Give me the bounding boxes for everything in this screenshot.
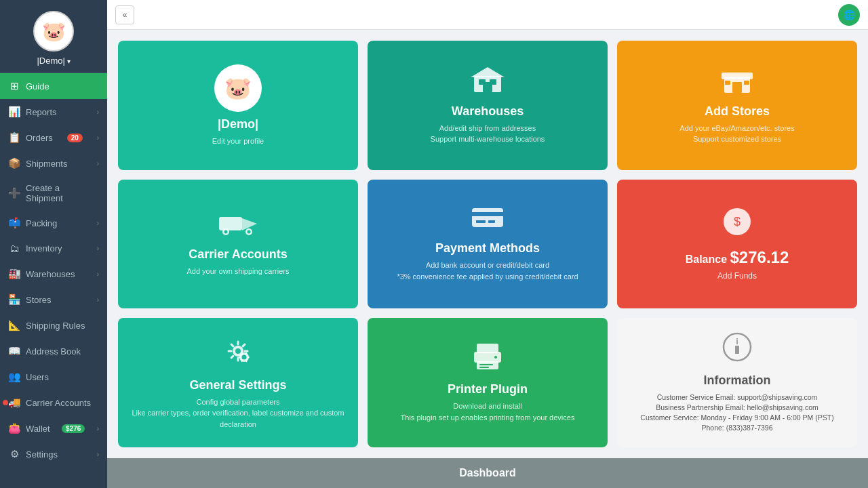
sidebar-item-orders[interactable]: 📋 Orders 20› — [0, 125, 107, 150]
sidebar-item-carrier-accounts[interactable]: 🚚 Carrier Accounts — [0, 390, 107, 415]
orders-icon: 📋 — [8, 131, 20, 144]
balance-icon: $ — [722, 207, 752, 243]
svg-line-31 — [243, 344, 245, 346]
svg-rect-4 — [490, 79, 496, 85]
svg-rect-48 — [735, 346, 739, 354]
sidebar-item-settings[interactable]: ⚙ Settings › — [0, 441, 107, 467]
card-payment-methods[interactable]: Payment Methods Add bank account or cred… — [368, 180, 608, 309]
nav-item-left: 👥 Users — [8, 371, 49, 383]
nav-label-settings: Settings — [26, 449, 58, 460]
balance-label: Balance $276.12 — [686, 248, 789, 267]
svg-rect-10 — [219, 217, 242, 230]
sidebar-username[interactable]: |Demo| — [37, 56, 70, 66]
card-title-carrier-accounts: Carrier Accounts — [189, 247, 287, 262]
chevron-warehouses-icon: › — [97, 270, 99, 278]
add-funds-link[interactable]: Add Funds — [717, 271, 757, 281]
svg-line-29 — [231, 344, 233, 346]
sidebar-item-inventory[interactable]: 🗂 Inventory › — [0, 236, 107, 261]
nav-item-left: 📫 Packing — [8, 217, 57, 229]
nav-label-wallet: Wallet — [26, 424, 50, 434]
settings-icon — [222, 336, 254, 373]
svg-point-33 — [242, 354, 247, 359]
nav-label-shipments: Shipments — [26, 159, 67, 169]
svg-rect-8 — [725, 81, 730, 85]
users-icon: 👥 — [8, 371, 20, 383]
dashboard-title: Dashboard — [459, 467, 516, 479]
nav-item-left: 👛 Wallet — [8, 422, 50, 434]
card-balance[interactable]: $ Balance $276.12 Add Funds — [617, 180, 857, 309]
sidebar-item-address-book[interactable]: 📖 Address Book — [0, 338, 107, 364]
nav-item-left: 📐 Shipping Rules — [8, 319, 85, 331]
demo-avatar: 🐷 — [214, 64, 262, 112]
svg-rect-3 — [479, 79, 486, 85]
nav-item-left: 📋 Orders — [8, 131, 53, 144]
sidebar-item-wallet[interactable]: 👛 Wallet $276› — [0, 415, 107, 441]
card-title-demo: |Demo| — [218, 117, 258, 131]
sidebar-item-users[interactable]: 👥 Users — [0, 364, 107, 390]
sidebar-item-reports[interactable]: 📊 Reports › — [0, 99, 107, 125]
card-title-add-stores: Add Stores — [705, 104, 770, 119]
card-subtitle-demo: Edit your profile — [212, 136, 264, 147]
chevron-orders-icon: › — [97, 134, 99, 142]
collapse-button[interactable]: « — [115, 5, 134, 24]
avatar: 🐷 — [33, 11, 74, 52]
svg-line-39 — [246, 353, 247, 354]
sidebar-profile: 🐷 |Demo| — [0, 0, 107, 73]
nav-item-left: 🚚 Carrier Accounts — [8, 396, 91, 409]
sidebar-item-guide[interactable]: ⊞ Guide — [0, 73, 107, 99]
svg-text:i: i — [736, 336, 738, 346]
svg-point-45 — [494, 356, 497, 359]
nav-item-left: 🏪 Stores — [8, 293, 52, 306]
sidebar-item-stores[interactable]: 🏪 Stores › — [0, 287, 107, 312]
chevron-shipments-icon: › — [97, 160, 99, 167]
card-subtitle-general-settings: Config global parametersLike carrier typ… — [129, 396, 347, 430]
card-demo[interactable]: 🐷 |Demo| Edit your profile — [118, 41, 358, 170]
svg-rect-40 — [477, 344, 498, 353]
sidebar-item-packing[interactable]: 📫 Packing › — [0, 210, 107, 236]
reports-icon: 📊 — [8, 106, 20, 118]
svg-line-38 — [242, 353, 243, 354]
card-title-general-settings: General Settings — [189, 378, 286, 392]
svg-rect-7 — [732, 82, 742, 93]
main: « 🌐 🐷 |Demo| Edit your profile Warehouse… — [107, 0, 868, 488]
info-line: Customer Service Email: support@shipsavi… — [657, 393, 818, 401]
svg-marker-1 — [471, 67, 505, 77]
svg-rect-43 — [479, 364, 493, 365]
stores-icon — [722, 66, 753, 99]
globe-button[interactable]: 🌐 — [838, 4, 860, 26]
card-subtitle-carrier-accounts: Add your own shipping carriers — [186, 266, 289, 277]
shipping-rules-icon: 📐 — [8, 319, 20, 331]
nav-item-left: 📊 Reports — [8, 106, 57, 118]
svg-rect-16 — [472, 208, 503, 227]
chevron-packing-icon: › — [97, 220, 99, 227]
card-carrier-accounts[interactable]: Carrier Accounts Add your own shipping c… — [118, 180, 358, 309]
sidebar-item-create-shipment[interactable]: ➕ Create a Shipment — [0, 176, 107, 210]
svg-point-15 — [248, 230, 251, 233]
sidebar-item-warehouses[interactable]: 🏭 Warehouses › — [0, 261, 107, 287]
sidebar: 🐷 |Demo| ⊞ Guide 📊 Reports › 📋 Orders 20… — [0, 0, 107, 488]
card-general-settings[interactable]: General Settings Config global parameter… — [118, 318, 358, 447]
card-add-stores[interactable]: Add Stores Add your eBay/Amazon/etc. sto… — [617, 41, 857, 170]
carrier-icon — [219, 211, 257, 242]
card-printer-plugin[interactable]: Printer Plugin Download and installThis … — [368, 318, 608, 447]
sidebar-item-shipments[interactable]: 📦 Shipments › — [0, 150, 107, 176]
bottom-bar: Dashboard — [107, 458, 868, 488]
sidebar-item-shipping-rules[interactable]: 📐 Shipping Rules — [0, 312, 107, 338]
info-line: Phone: (833)387-7396 — [701, 424, 772, 432]
inventory-icon: 🗂 — [8, 243, 20, 254]
sidebar-nav: ⊞ Guide 📊 Reports › 📋 Orders 20› 📦 Shipm… — [0, 73, 107, 488]
nav-label-carrier-accounts: Carrier Accounts — [26, 398, 91, 408]
chevron-stores-icon: › — [97, 296, 99, 304]
balance-amount: $276.12 — [730, 248, 789, 266]
card-subtitle-warehouses: Add/edit ship from addressesSupport mult… — [431, 123, 545, 145]
nav-item-left: 📦 Shipments — [8, 157, 67, 169]
nav-item-left: 📖 Address Book — [8, 345, 81, 357]
card-information[interactable]: i Information Customer Service Email: su… — [617, 318, 857, 447]
svg-line-35 — [246, 360, 247, 361]
chevron-inventory-icon: › — [97, 245, 99, 252]
chevron-wallet-icon: › — [97, 425, 99, 432]
card-warehouses[interactable]: Warehouses Add/edit ship from addressesS… — [368, 41, 608, 170]
card-title-information: Information — [704, 373, 771, 388]
nav-label-warehouses: Warehouses — [26, 269, 75, 279]
printer-icon — [471, 342, 504, 377]
